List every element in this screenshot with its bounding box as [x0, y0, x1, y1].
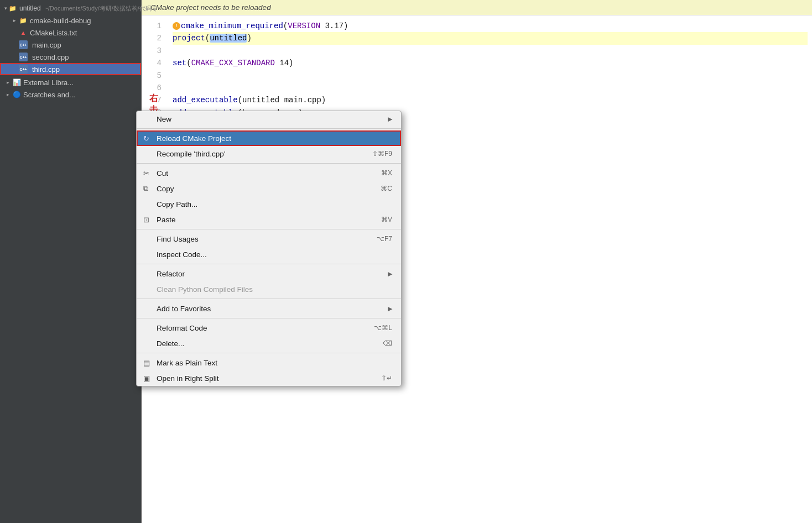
tree-item-label: External Libra...: [23, 79, 74, 87]
menu-item-copy-path[interactable]: Copy Path...: [137, 196, 401, 212]
menu-item-label: Reload CMake Project: [157, 134, 392, 143]
code-line-4: set(CMAKE_CXX_STANDARD 14): [173, 57, 808, 69]
line-num-6: 6: [146, 82, 162, 94]
code-token: VERSION: [288, 22, 320, 30]
expand-arrow: [4, 5, 7, 12]
menu-item-label: Reformat Code: [157, 324, 352, 332]
split-icon: ▣: [143, 374, 153, 383]
tree-item-cmake-build-debug[interactable]: 📁 cmake-build-debug: [0, 14, 141, 27]
line-num-7: 7: [146, 94, 162, 106]
menu-item-label: Cut: [157, 169, 359, 177]
line-num-4: 4: [146, 57, 162, 69]
shortcut-label: ⌘X: [381, 169, 392, 177]
menu-separator: [137, 318, 401, 318]
tree-item-root[interactable]: 📁 untitled ~/Documents/Study/考研/数据结构/代码专: [0, 2, 141, 14]
mark-plain-icon: ▤: [143, 359, 153, 367]
menu-item-open-right-split[interactable]: ▣ Open in Right Split ⇧↵: [137, 370, 401, 386]
menu-separator: [137, 299, 401, 299]
menu-separator: [137, 163, 401, 164]
code-token: untitled main.cpp: [242, 96, 321, 104]
copy-icon: ⧉: [143, 184, 153, 193]
code-token: untitled: [210, 34, 247, 43]
menu-item-label: Delete...: [157, 339, 361, 348]
tree-item-label: second.cpp: [32, 53, 69, 61]
tree-item-main-cpp[interactable]: C++ main.cpp: [0, 39, 141, 51]
line-num-3: 3: [146, 45, 162, 57]
code-line-3: [173, 45, 808, 57]
menu-separator: [137, 264, 401, 264]
code-token: ): [321, 96, 326, 104]
tree-item-external-libs[interactable]: 📊 External Libra...: [0, 76, 141, 88]
lib-icon: 📊: [12, 78, 21, 87]
menu-item-add-favorites[interactable]: Add to Favorites ▶: [137, 301, 401, 316]
code-token: (: [186, 59, 191, 67]
code-token: project: [173, 34, 205, 43]
menu-item-mark-plain[interactable]: ▤ Mark as Plain Text: [137, 355, 401, 370]
menu-item-label: Recompile 'third.cpp': [157, 150, 350, 158]
expand-arrow: [4, 79, 11, 86]
code-token: (: [205, 34, 210, 43]
tree-item-label: third.cpp: [32, 65, 60, 74]
menu-separator: [137, 229, 401, 229]
spacer: [11, 29, 18, 36]
cmake-icon: ▲: [19, 28, 28, 37]
cut-icon: ✂: [143, 169, 153, 177]
folder-icon: 📁: [8, 4, 17, 13]
shortcut-label: ⌫: [383, 339, 392, 347]
paste-icon: ⊡: [143, 216, 153, 224]
code-line-2: project(untitled): [173, 32, 808, 44]
menu-item-delete[interactable]: Delete... ⌫: [137, 336, 401, 351]
menu-item-cut[interactable]: ✂ Cut ⌘X: [137, 165, 401, 181]
shortcut-label: ⌥F7: [377, 235, 392, 243]
code-line-7: add_executable(untitled main.cpp): [173, 94, 808, 106]
folder-icon: 📁: [19, 16, 28, 25]
code-token: ): [289, 59, 293, 67]
menu-item-label: Copy: [157, 185, 358, 193]
tree-item-scratches[interactable]: 🔵 Scratches and...: [0, 88, 141, 101]
code-token: set: [173, 59, 186, 67]
menu-item-copy[interactable]: ⧉ Copy ⌘C: [137, 181, 401, 196]
menu-item-paste[interactable]: ⊡ Paste ⌘V: [137, 212, 401, 227]
menu-item-recompile[interactable]: Recompile 'third.cpp' ⇧⌘F9: [137, 146, 401, 161]
code-token: 3.17: [320, 22, 343, 30]
reload-icon: ↻: [143, 134, 153, 143]
code-token: (: [283, 22, 288, 30]
code-token: 14: [275, 59, 289, 67]
menu-item-reload-cmake[interactable]: ↻ Reload CMake Project: [137, 130, 401, 146]
menu-item-label: Paste: [157, 216, 359, 224]
tree-item-second-cpp[interactable]: C++ second.cpp: [0, 51, 141, 63]
spacer: [11, 41, 18, 48]
shortcut-label: ⇧⌘F9: [372, 150, 392, 158]
code-token: ): [247, 34, 251, 43]
menu-item-reformat[interactable]: Reformat Code ⌥⌘L: [137, 320, 401, 336]
menu-item-refactor[interactable]: Refactor ▶: [137, 266, 401, 281]
expand-arrow: [4, 91, 11, 98]
menu-item-find-usages[interactable]: Find Usages ⌥F7: [137, 231, 401, 247]
spacer: [11, 54, 18, 60]
tree-item-third-cpp[interactable]: C++ third.cpp: [0, 63, 141, 75]
shortcut-label: ⌘C: [381, 185, 392, 192]
submenu-arrow-icon: ▶: [388, 305, 392, 312]
tree-item-label: Scratches and...: [23, 91, 75, 99]
menu-item-new[interactable]: New ▶: [137, 111, 401, 127]
shortcut-label: ⌥⌘L: [374, 324, 392, 332]
menu-item-label: Refactor: [157, 270, 383, 278]
menu-item-inspect-code[interactable]: Inspect Code...: [137, 247, 401, 262]
menu-item-label: New: [157, 115, 383, 123]
menu-item-clean-python: Clean Python Compiled Files: [137, 281, 401, 297]
code-line-5: [173, 70, 808, 82]
tree-item-cmakelists[interactable]: ▲ CMakeLists.txt: [0, 27, 141, 39]
cpp-file-icon: C++: [19, 40, 28, 49]
menu-item-label: Mark as Plain Text: [157, 359, 392, 367]
code-token: add_executable: [173, 96, 238, 104]
submenu-arrow-icon: ▶: [388, 270, 392, 278]
code-token: cmake_minimum_required: [181, 22, 283, 30]
editor-header: CMake project needs to be reloaded: [142, 0, 812, 15]
menu-item-label: Open in Right Split: [157, 374, 359, 383]
cpp-file-icon: C++: [19, 65, 28, 74]
menu-separator: [137, 128, 401, 129]
menu-item-label: Inspect Code...: [157, 250, 392, 259]
code-token: CMAKE_CXX_STANDARD: [191, 59, 275, 67]
menu-item-label: Add to Favorites: [157, 305, 383, 313]
spacer: [11, 66, 18, 72]
